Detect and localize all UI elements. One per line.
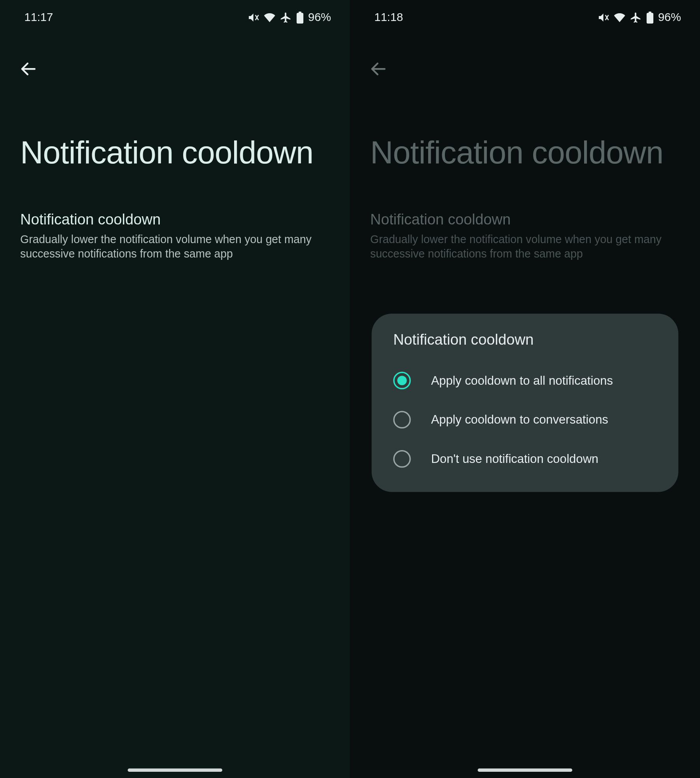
wifi-icon bbox=[264, 12, 276, 24]
gesture-handle[interactable] bbox=[128, 768, 222, 772]
setting-description: Gradually lower the notification volume … bbox=[20, 233, 330, 261]
setting-heading: Notification cooldown bbox=[370, 211, 680, 228]
battery-icon bbox=[646, 12, 654, 24]
status-time: 11:18 bbox=[374, 11, 403, 25]
setting-heading: Notification cooldown bbox=[20, 211, 330, 228]
screenshot-right: 11:18 96% bbox=[350, 0, 700, 778]
radio-label: Don't use notification cooldown bbox=[431, 452, 598, 466]
wifi-icon bbox=[614, 12, 626, 24]
radio-option-conversations[interactable]: Apply cooldown to conversations bbox=[390, 400, 659, 440]
radio-option-all[interactable]: Apply cooldown to all notifications bbox=[390, 361, 659, 400]
airplane-icon bbox=[630, 12, 642, 24]
svg-rect-6 bbox=[647, 13, 653, 24]
battery-percent: 96% bbox=[658, 11, 681, 25]
status-icons: 96% bbox=[247, 11, 331, 25]
screenshot-left: 11:17 96% bbox=[0, 0, 350, 778]
svg-rect-7 bbox=[649, 12, 651, 14]
svg-rect-2 bbox=[297, 13, 303, 24]
radio-indicator bbox=[393, 450, 411, 468]
mute-icon bbox=[597, 12, 609, 24]
setting-description: Gradually lower the notification volume … bbox=[370, 233, 680, 261]
radio-indicator bbox=[393, 372, 411, 389]
page-title: Notification cooldown bbox=[20, 135, 336, 170]
radio-indicator bbox=[393, 411, 411, 428]
status-bar: 11:17 96% bbox=[0, 0, 350, 35]
airplane-icon bbox=[280, 12, 292, 24]
radio-label: Apply cooldown to all notifications bbox=[431, 373, 613, 387]
mute-icon bbox=[247, 12, 259, 24]
cooldown-dialog: Notification cooldown Apply cooldown to … bbox=[372, 314, 679, 492]
status-time: 11:17 bbox=[24, 11, 53, 25]
gesture-handle[interactable] bbox=[478, 768, 572, 772]
battery-percent: 96% bbox=[308, 11, 331, 25]
battery-icon bbox=[296, 12, 304, 24]
radio-label: Apply cooldown to conversations bbox=[431, 413, 608, 427]
back-button[interactable] bbox=[15, 55, 42, 82]
radio-option-none[interactable]: Don't use notification cooldown bbox=[390, 439, 659, 478]
back-button[interactable] bbox=[365, 55, 392, 82]
status-bar: 11:18 96% bbox=[350, 0, 700, 35]
cooldown-setting-row: Notification cooldown Gradually lower th… bbox=[370, 211, 680, 261]
svg-rect-3 bbox=[299, 12, 301, 14]
dialog-title: Notification cooldown bbox=[393, 331, 660, 349]
status-icons: 96% bbox=[597, 11, 681, 25]
cooldown-setting-row[interactable]: Notification cooldown Gradually lower th… bbox=[20, 211, 330, 261]
page-title: Notification cooldown bbox=[370, 135, 686, 170]
